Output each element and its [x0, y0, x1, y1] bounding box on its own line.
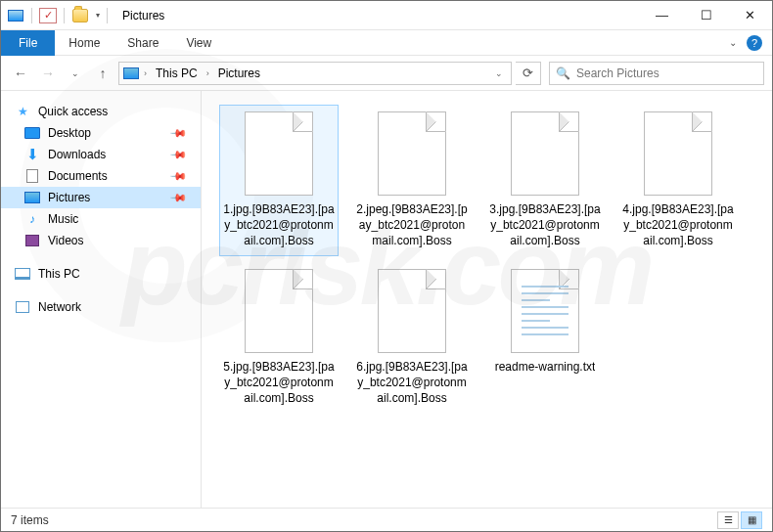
tab-share[interactable]: Share [114, 30, 172, 56]
up-button[interactable]: ↑ [91, 62, 114, 85]
search-placeholder: Search Pictures [576, 66, 659, 80]
file-name-label: 4.jpg.[9B83AE23].[pay_btc2021@protonmail… [621, 201, 735, 249]
generic-file-icon [644, 111, 712, 196]
sidebar-item-label: Music [48, 212, 78, 226]
navigation-pane[interactable]: ★ Quick access Desktop 📌 ⬇ Downloads 📌 D… [1, 91, 202, 508]
generic-file-icon [378, 111, 446, 196]
back-button[interactable]: ← [9, 62, 32, 85]
sidebar-item-documents[interactable]: Documents 📌 [1, 165, 201, 187]
file-name-label: readme-warning.txt [495, 359, 596, 375]
sidebar-label: Quick access [38, 105, 108, 118]
sidebar-item-label: Desktop [48, 126, 91, 140]
address-bar[interactable]: › This PC › Pictures ⌄ [118, 62, 512, 85]
sidebar-item-music[interactable]: ♪ Music [1, 208, 201, 230]
window-title: Pictures [122, 9, 164, 22]
qat-dropdown-icon[interactable]: ▾ [96, 11, 100, 20]
quick-access-toolbar: ✓ ▾ Pictures [1, 8, 164, 23]
forward-button[interactable]: → [36, 62, 60, 85]
generic-file-icon [245, 269, 313, 353]
file-item[interactable]: 2.jpeg.[9B83AE23].[pay_btc2021@protonmai… [352, 105, 472, 256]
minimize-button[interactable]: — [640, 1, 684, 29]
checkbox-icon[interactable]: ✓ [39, 8, 57, 23]
sidebar-item-videos[interactable]: Videos [1, 230, 201, 251]
address-dropdown-icon[interactable]: ⌄ [495, 68, 507, 78]
tab-home[interactable]: Home [55, 30, 114, 56]
recent-dropdown-icon[interactable]: ⌄ [64, 62, 87, 85]
pin-icon: 📌 [168, 188, 187, 206]
sidebar-this-pc[interactable]: This PC [1, 263, 201, 285]
file-name-label: 5.jpg.[9B83AE23].[pay_btc2021@protonmail… [222, 359, 336, 407]
chevron-right-icon[interactable]: › [141, 68, 150, 78]
view-switcher: ☰ ▦ [717, 511, 762, 529]
generic-file-icon [245, 111, 313, 196]
properties-icon[interactable] [7, 8, 24, 23]
star-icon: ★ [15, 104, 30, 119]
explorer-window: ✓ ▾ Pictures — ☐ ✕ File Home Share View … [0, 0, 773, 532]
sidebar-label: Network [38, 300, 81, 314]
file-name-label: 6.jpg.[9B83AE23].[pay_btc2021@protonmail… [355, 359, 469, 407]
pc-icon [15, 266, 30, 282]
pin-icon: 📌 [168, 166, 187, 185]
separator [31, 8, 32, 23]
tab-view[interactable]: View [172, 30, 225, 56]
ribbon-right: ⌄ ? [729, 35, 772, 51]
sidebar-network[interactable]: Network [1, 296, 201, 318]
sidebar-item-downloads[interactable]: ⬇ Downloads 📌 [1, 144, 201, 165]
file-item[interactable]: 3.jpg.[9B83AE23].[pay_btc2021@protonmail… [485, 105, 605, 256]
sidebar-item-label: Downloads [48, 148, 106, 161]
generic-file-icon [511, 111, 579, 196]
body: ★ Quick access Desktop 📌 ⬇ Downloads 📌 D… [1, 91, 772, 508]
pictures-icon [24, 190, 40, 205]
status-item-count: 7 items [11, 513, 49, 527]
generic-file-icon [378, 269, 446, 353]
pictures-icon [123, 66, 139, 81]
file-name-label: 2.jpeg.[9B83AE23].[pay_btc2021@protonmai… [355, 201, 469, 249]
file-name-label: 1.jpg.[9B83AE23].[pay_btc2021@protonmail… [222, 201, 336, 249]
file-tab[interactable]: File [1, 30, 55, 56]
file-item[interactable]: readme-warning.txt [485, 262, 605, 414]
search-icon: 🔍 [556, 66, 570, 80]
documents-icon [24, 168, 40, 184]
window-controls: — ☐ ✕ [640, 1, 772, 29]
ribbon: File Home Share View ⌄ ? [1, 30, 772, 56]
sidebar-item-desktop[interactable]: Desktop 📌 [1, 122, 201, 144]
sidebar-item-label: Videos [48, 234, 83, 247]
separator [64, 8, 65, 23]
sidebar-quick-access[interactable]: ★ Quick access [1, 101, 201, 122]
desktop-icon [24, 125, 40, 141]
text-file-icon [511, 269, 579, 353]
music-icon: ♪ [24, 211, 40, 227]
search-input[interactable]: 🔍 Search Pictures [549, 62, 764, 85]
breadcrumb-this-pc[interactable]: This PC [152, 63, 202, 84]
file-list-pane[interactable]: 1.jpg.[9B83AE23].[pay_btc2021@protonmail… [202, 91, 772, 508]
file-item[interactable]: 5.jpg.[9B83AE23].[pay_btc2021@protonmail… [219, 262, 339, 414]
file-name-label: 3.jpg.[9B83AE23].[pay_btc2021@protonmail… [488, 201, 602, 249]
separator [107, 8, 108, 23]
sidebar-item-pictures[interactable]: Pictures 📌 [1, 187, 201, 208]
status-bar: 7 items ☰ ▦ [1, 508, 772, 531]
close-button[interactable]: ✕ [728, 1, 772, 29]
chevron-right-icon[interactable]: › [204, 68, 212, 78]
downloads-icon: ⬇ [24, 147, 40, 162]
network-icon [15, 299, 30, 315]
file-item[interactable]: 1.jpg.[9B83AE23].[pay_btc2021@protonmail… [219, 105, 339, 256]
icons-view-button[interactable]: ▦ [741, 511, 762, 529]
videos-icon [24, 233, 40, 248]
pin-icon: 📌 [168, 145, 187, 163]
files-grid: 1.jpg.[9B83AE23].[pay_btc2021@protonmail… [219, 105, 762, 413]
pin-icon: 📌 [168, 123, 187, 142]
file-item[interactable]: 4.jpg.[9B83AE23].[pay_btc2021@protonmail… [618, 105, 738, 256]
maximize-button[interactable]: ☐ [684, 1, 728, 29]
details-view-button[interactable]: ☰ [717, 511, 739, 529]
navigation-bar: ← → ⌄ ↑ › This PC › Pictures ⌄ ⟳ 🔍 Searc… [1, 56, 772, 91]
sidebar-item-label: Pictures [48, 191, 90, 204]
file-item[interactable]: 6.jpg.[9B83AE23].[pay_btc2021@protonmail… [352, 262, 472, 414]
refresh-button[interactable]: ⟳ [516, 62, 541, 85]
expand-ribbon-icon[interactable]: ⌄ [729, 37, 737, 48]
help-icon[interactable]: ? [747, 35, 762, 51]
folder-icon[interactable] [71, 8, 89, 23]
breadcrumb-pictures[interactable]: Pictures [214, 63, 264, 84]
sidebar-label: This PC [38, 267, 80, 281]
titlebar: ✓ ▾ Pictures — ☐ ✕ [1, 1, 772, 30]
sidebar-item-label: Documents [48, 169, 108, 183]
